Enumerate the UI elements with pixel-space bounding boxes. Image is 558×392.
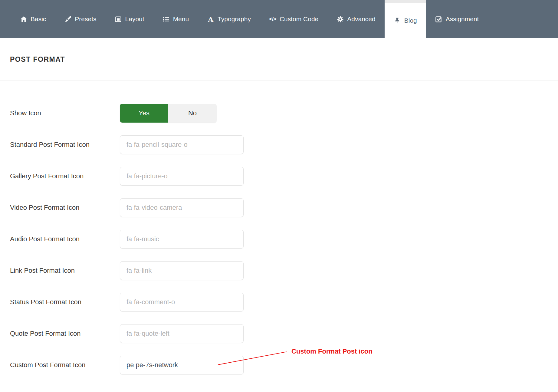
status-post-format-input[interactable] (120, 293, 244, 311)
custom-post-format-input[interactable] (120, 356, 244, 374)
tab-label: Presets (75, 15, 96, 23)
menu-list-icon (162, 15, 170, 23)
tab-label: Advanced (347, 15, 375, 23)
show-icon-row: Show Icon Yes No (10, 104, 558, 123)
layout-icon (115, 15, 122, 23)
tab-label: Blog (404, 17, 417, 24)
quote-post-format-input[interactable] (120, 324, 244, 343)
pin-icon (394, 17, 401, 24)
gear-icon (336, 15, 344, 23)
post-format-form: Show Icon Yes No Standard Post Format Ic… (0, 81, 558, 374)
section-header: POST FORMAT (0, 38, 558, 81)
tab-layout[interactable]: Layout (106, 0, 153, 38)
link-post-format-row: Link Post Format Icon (10, 261, 558, 280)
paint-brush-icon (64, 15, 71, 23)
tab-label: Typography (218, 15, 251, 23)
tab-label: Assignment (446, 15, 479, 23)
link-post-format-label: Link Post Format Icon (10, 267, 120, 275)
standard-post-format-label: Standard Post Format Icon (10, 141, 120, 149)
video-post-format-input[interactable] (120, 198, 244, 217)
tab-menu[interactable]: Menu (153, 0, 198, 38)
standard-post-format-row: Standard Post Format Icon (10, 135, 558, 154)
video-post-format-row: Video Post Format Icon (10, 198, 558, 217)
tab-basic[interactable]: Basic (11, 0, 55, 38)
font-icon: A (207, 15, 214, 23)
status-post-format-row: Status Post Format Icon (10, 293, 558, 311)
show-icon-no-button[interactable]: No (168, 104, 217, 123)
gallery-post-format-label: Gallery Post Format Icon (10, 172, 120, 180)
show-icon-yes-button[interactable]: Yes (120, 104, 168, 123)
show-icon-label: Show Icon (10, 109, 120, 117)
home-icon (20, 15, 27, 23)
tab-typography[interactable]: A Typography (198, 0, 260, 38)
link-post-format-input[interactable] (120, 261, 244, 280)
page-title: POST FORMAT (10, 55, 65, 64)
tab-advanced[interactable]: Advanced (327, 0, 384, 38)
quote-post-format-label: Quote Post Format Icon (10, 330, 120, 338)
tab-label: Custom Code (280, 15, 318, 23)
gallery-post-format-row: Gallery Post Format Icon (10, 167, 558, 186)
check-square-icon (435, 15, 442, 23)
annotation-label: Custom Format Post icon (291, 348, 373, 355)
tab-label: Basic (31, 15, 46, 23)
gallery-post-format-input[interactable] (120, 167, 244, 186)
audio-post-format-label: Audio Post Format Icon (10, 235, 120, 243)
tab-label: Menu (173, 15, 189, 23)
code-icon: </> (269, 15, 276, 23)
tab-blog[interactable]: Blog (385, 0, 426, 38)
top-navigation: Basic Presets Layout Menu A Typography <… (0, 0, 558, 38)
audio-post-format-row: Audio Post Format Icon (10, 230, 558, 249)
tab-presets[interactable]: Presets (55, 0, 105, 38)
audio-post-format-input[interactable] (120, 230, 244, 249)
show-icon-toggle: Yes No (120, 104, 217, 123)
video-post-format-label: Video Post Format Icon (10, 204, 120, 212)
tab-assignment[interactable]: Assignment (426, 0, 488, 38)
quote-post-format-row: Quote Post Format Icon (10, 324, 558, 343)
status-post-format-label: Status Post Format Icon (10, 298, 120, 306)
custom-post-format-label: Custom Post Format Icon (10, 361, 120, 369)
tab-label: Layout (125, 15, 144, 23)
custom-post-format-row: Custom Post Format Icon (10, 356, 558, 374)
tab-custom-code[interactable]: </> Custom Code (260, 0, 327, 38)
standard-post-format-input[interactable] (120, 135, 244, 154)
